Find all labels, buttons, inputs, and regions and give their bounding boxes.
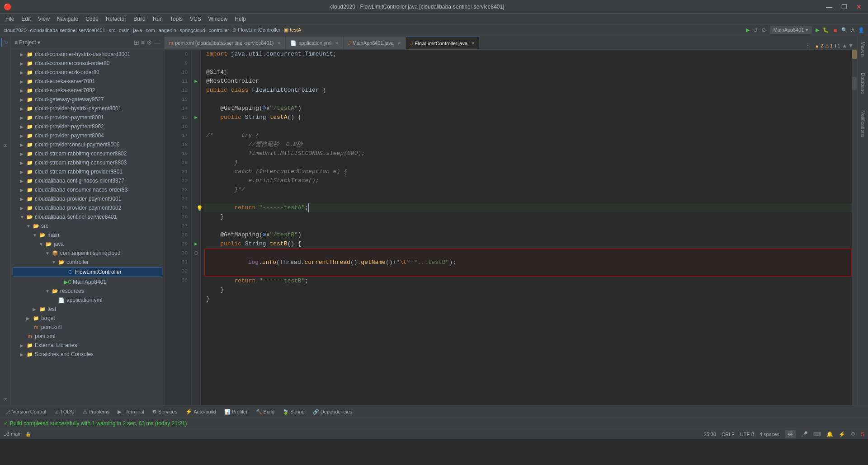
tree-item-payment8002[interactable]: ▶ 📁 cloud-provider-payment8002 bbox=[11, 122, 164, 131]
menu-refactor[interactable]: Refactor bbox=[102, 15, 130, 23]
sidebar-close[interactable]: — bbox=[154, 39, 160, 46]
breadcrumb-cloud2020[interactable]: cloud2020 bbox=[4, 28, 27, 33]
tab-version-control[interactable]: ⎇ Version Control bbox=[2, 406, 50, 418]
tree-item-providerconsul[interactable]: ▶ 📁 cloud-providerconsul-payment8006 bbox=[11, 140, 164, 149]
tree-item-scratches[interactable]: ▶ 📁 Scratches and Consoles bbox=[11, 350, 164, 359]
tree-item-main[interactable]: ▼ 📂 main bbox=[11, 230, 164, 240]
menu-tools[interactable]: Tools bbox=[166, 15, 186, 23]
run-gutter-29[interactable]: ▶ bbox=[194, 240, 198, 249]
code-editor[interactable]: 8 9 10 11 12 13 14 15 16 17 18 19 20 21 … bbox=[165, 50, 857, 405]
search-everywhere[interactable]: 🔍 bbox=[841, 27, 848, 33]
breadcrumb-method[interactable]: ▣ testA bbox=[284, 27, 301, 33]
menu-vcs[interactable]: VCS bbox=[186, 15, 205, 23]
nav-up[interactable]: ▲ bbox=[842, 42, 847, 49]
git-branch[interactable]: ⎇ main bbox=[4, 431, 22, 437]
breadcrumb-flowlimit[interactable]: ⊙ FlowLimitController bbox=[232, 27, 280, 33]
close-mainapp-button[interactable]: ✕ bbox=[397, 41, 401, 46]
menu-help[interactable]: Help bbox=[231, 15, 250, 23]
tree-item-stream8802[interactable]: ▶ 📁 cloud-stream-rabbitmq-consumer8802 bbox=[11, 149, 164, 158]
tree-item-target[interactable]: ▶ 📁 target bbox=[11, 314, 164, 323]
breadcrumb-controller[interactable]: controller bbox=[208, 28, 229, 33]
tree-item-nacos3377[interactable]: ▶ 📁 cloudalibaba-config-nacos-client3377 bbox=[11, 176, 164, 185]
status-position[interactable]: 25:30 bbox=[704, 432, 717, 437]
menu-run[interactable]: Run bbox=[149, 15, 166, 23]
tree-item-payment8001[interactable]: ▶ 📁 cloud-provider-payment8001 bbox=[11, 113, 164, 122]
close-button[interactable]: ✕ bbox=[854, 2, 864, 11]
tree-item-resources[interactable]: ▼ 📂 resources bbox=[11, 287, 164, 296]
menu-build[interactable]: Build bbox=[130, 15, 149, 23]
maven-tab[interactable]: Maven bbox=[859, 40, 867, 58]
notifications-icon[interactable]: 🔔 bbox=[826, 431, 833, 437]
tab-flowlimit[interactable]: J FlowLimitController.java ✕ bbox=[406, 37, 480, 49]
toolbar-debug[interactable]: 🐛 bbox=[823, 27, 829, 33]
toolbar-refresh[interactable]: ↺ bbox=[753, 27, 758, 33]
tab-profiler[interactable]: 📊 Profiler bbox=[221, 406, 251, 418]
nav-down[interactable]: ▼ bbox=[848, 42, 854, 49]
window-controls[interactable]: — ❐ ✕ bbox=[823, 2, 864, 11]
tree-item-java[interactable]: ▼ 📂 java bbox=[11, 240, 164, 249]
tree-item-consumer-hystrix[interactable]: ▶ 📁 cloud-consumer-hystrix-dashboard3001 bbox=[11, 50, 164, 59]
menu-code[interactable]: Code bbox=[82, 15, 102, 23]
breadcrumb-com[interactable]: com bbox=[146, 28, 155, 33]
status-encoding[interactable]: UTF-8 bbox=[740, 432, 754, 437]
sidebar-collapse[interactable]: ⊞ bbox=[134, 39, 139, 46]
tab-services[interactable]: ⚙ Services bbox=[149, 406, 181, 418]
tree-item-test[interactable]: ▶ 📁 test bbox=[11, 305, 164, 314]
tab-appyml[interactable]: 📄 application.yml ✕ bbox=[286, 37, 344, 49]
sidebar-settings[interactable]: ⚙ bbox=[146, 39, 152, 46]
menu-navigate[interactable]: Navigate bbox=[53, 15, 82, 23]
lightbulb-25[interactable]: 💡 bbox=[196, 204, 203, 213]
breadcrumb-angenin[interactable]: angenin bbox=[159, 28, 176, 33]
tab-todo[interactable]: ☑ TODO bbox=[51, 406, 78, 418]
close-appyml-button[interactable]: ✕ bbox=[335, 41, 339, 46]
menu-file[interactable]: File bbox=[2, 15, 18, 23]
status-indent[interactable]: 4 spaces bbox=[760, 432, 779, 437]
tree-item-consumerzk[interactable]: ▶ 📁 cloud-consumerzk-order80 bbox=[11, 68, 164, 77]
toolbar-run2[interactable]: ▶ bbox=[816, 27, 819, 33]
breadcrumb-module[interactable]: cloudalibaba-sentinel-service8401 bbox=[30, 28, 105, 33]
tab-mainapp[interactable]: J MainApp8401.java ✕ bbox=[344, 37, 406, 49]
tree-item-appyml[interactable]: 📄 application.yml bbox=[11, 296, 164, 305]
tab-autobuild[interactable]: ⚡ Auto-build bbox=[182, 406, 220, 418]
database-tab[interactable]: Database bbox=[859, 71, 867, 96]
toolbar-settings[interactable]: ⚙ bbox=[761, 27, 766, 33]
sidebar-expand[interactable]: ≡ bbox=[141, 39, 145, 46]
breadcrumb-springcloud[interactable]: springcloud bbox=[179, 28, 205, 33]
minimize-button[interactable]: — bbox=[823, 2, 835, 11]
close-pom-button[interactable]: ✕ bbox=[277, 41, 281, 46]
notifications-tab[interactable]: Notifications bbox=[859, 108, 867, 139]
tab-overflow-icon[interactable]: ⋮ bbox=[805, 42, 811, 49]
tab-dependencies[interactable]: 🔗 Dependencies bbox=[309, 406, 356, 418]
toolbar-stop[interactable]: ⏹ bbox=[833, 28, 838, 33]
tab-problems[interactable]: ⚠ Problems bbox=[79, 406, 113, 418]
menu-window[interactable]: Window bbox=[205, 15, 231, 23]
settings-icon[interactable]: ⚙ bbox=[851, 431, 855, 437]
tab-pomxml[interactable]: m pom.xml (cloudalibaba-sentinel-service… bbox=[165, 37, 286, 49]
tab-terminal[interactable]: ▶_ Terminal bbox=[114, 406, 148, 418]
tree-item-stream8803[interactable]: ▶ 📁 cloud-stream-rabbitmq-consumer8803 bbox=[11, 158, 164, 167]
breadcrumb-main[interactable]: main bbox=[119, 28, 130, 33]
tree-item-payment8004[interactable]: ▶ 📁 cloud-provider-payment8004 bbox=[11, 131, 164, 140]
menu-edit[interactable]: Edit bbox=[18, 15, 34, 23]
tree-item-pomxml-module[interactable]: m pom.xml bbox=[11, 323, 164, 332]
tree-item-hystrix8001[interactable]: ▶ 📁 cloud-provider-hystrix-payment8001 bbox=[11, 104, 164, 113]
tree-item-src[interactable]: ▼ 📂 src bbox=[11, 221, 164, 230]
user-icon[interactable]: 👤 bbox=[858, 27, 864, 33]
breakpoint-gutter-30[interactable] bbox=[194, 251, 198, 255]
menu-view[interactable]: View bbox=[34, 15, 53, 23]
tree-item-eureka7001[interactable]: ▶ 📁 cloud-eureka-server7001 bbox=[11, 77, 164, 86]
run-config[interactable]: MainApp8401 ▾ bbox=[770, 26, 812, 34]
tree-item-sentinel8401[interactable]: ▼ 📂 cloudalibaba-sentinel-service8401 bbox=[11, 212, 164, 221]
status-crlf[interactable]: CRLF bbox=[722, 432, 735, 437]
tree-item-mainapp[interactable]: ▶C MainApp8401 bbox=[11, 277, 164, 287]
maximize-button[interactable]: ❐ bbox=[839, 2, 850, 11]
tree-item-nacos83[interactable]: ▶ 📁 cloudalibaba-consumer-nacos-order83 bbox=[11, 185, 164, 194]
close-flowlimit-button[interactable]: ✕ bbox=[471, 41, 475, 46]
project-dropdown[interactable]: ≡ Project ▾ bbox=[14, 39, 40, 46]
tree-item-package[interactable]: ▼ 📦 com.angenin.springcloud bbox=[11, 249, 164, 258]
breadcrumb-src[interactable]: src bbox=[108, 28, 115, 33]
tab-build[interactable]: 🔨 Build bbox=[252, 406, 278, 418]
project-icon[interactable]: P bbox=[1, 38, 10, 47]
tree-item-external-libs[interactable]: ▶ 📁 External Libraries bbox=[11, 341, 164, 350]
tree-item-flowlimit[interactable]: C FlowLimitController bbox=[13, 267, 162, 277]
